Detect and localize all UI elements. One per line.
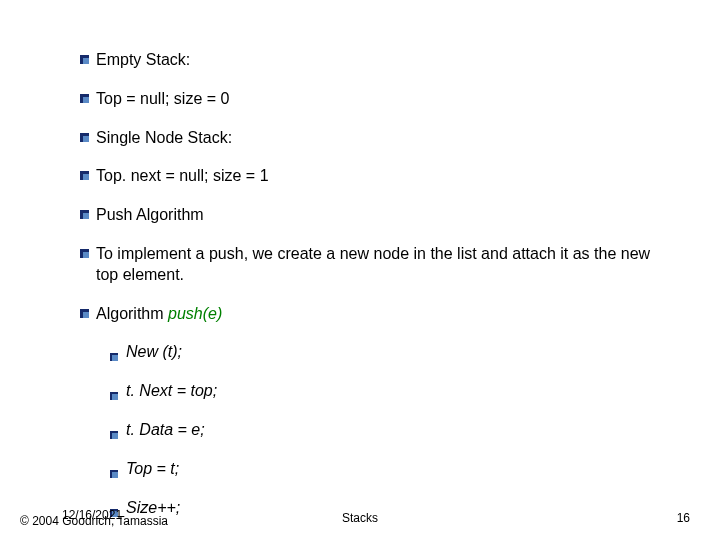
sub-bullet-icon xyxy=(110,347,118,355)
line-t-data: t. Data = e; xyxy=(80,420,660,441)
text: t. Next = top; xyxy=(80,381,217,402)
content-area: Empty Stack: Top = null; size = 0 Single… xyxy=(80,50,660,536)
square-bullet-icon xyxy=(80,210,89,219)
svg-rect-21 xyxy=(112,472,118,478)
push-e-label: push(e) xyxy=(168,305,222,322)
square-bullet-icon xyxy=(80,133,89,142)
line-algorithm-pushe: Algorithm push(e) xyxy=(80,304,660,325)
slide: Empty Stack: Top = null; size = 0 Single… xyxy=(0,0,720,540)
sub-bullet-icon xyxy=(110,425,118,433)
line-single-node: Single Node Stack: xyxy=(80,128,660,149)
line-push-description: To implement a push, we create a new nod… xyxy=(80,244,660,286)
square-bullet-icon xyxy=(80,249,89,258)
svg-rect-1 xyxy=(83,58,89,64)
line-new-t: New (t); xyxy=(80,342,660,363)
line-push-algorithm-heading: Push Algorithm xyxy=(80,205,660,226)
svg-rect-5 xyxy=(83,136,89,142)
footer-page-number: 16 xyxy=(677,511,690,525)
line-t-next: t. Next = top; xyxy=(80,381,660,402)
text: New (t); xyxy=(80,342,182,363)
svg-rect-9 xyxy=(83,213,89,219)
algorithm-word: Algorithm xyxy=(96,305,168,322)
square-bullet-icon xyxy=(80,309,89,318)
sub-bullet-icon xyxy=(110,464,118,472)
line-empty-stack: Empty Stack: xyxy=(80,50,660,71)
text: t. Data = e; xyxy=(80,420,205,441)
line-top-next-null: Top. next = null; size = 1 xyxy=(80,166,660,187)
svg-rect-7 xyxy=(83,174,89,180)
svg-rect-13 xyxy=(83,312,89,318)
svg-rect-3 xyxy=(83,97,89,103)
sub-bullet-icon xyxy=(110,386,118,394)
square-bullet-icon xyxy=(80,55,89,64)
text: Algorithm push(e) xyxy=(80,304,222,325)
line-top-null: Top = null; size = 0 xyxy=(80,89,660,110)
text: Empty Stack: xyxy=(80,50,190,71)
svg-rect-11 xyxy=(83,252,89,258)
line-top-t: Top = t; xyxy=(80,459,660,480)
text: Top = t; xyxy=(80,459,179,480)
square-bullet-icon xyxy=(80,94,89,103)
text: Top. next = null; size = 1 xyxy=(80,166,269,187)
text: Single Node Stack: xyxy=(80,128,232,149)
square-bullet-icon xyxy=(80,171,89,180)
text: To implement a push, we create a new nod… xyxy=(80,244,660,286)
svg-rect-19 xyxy=(112,433,118,439)
footer-title: Stacks xyxy=(0,511,720,525)
text: Push Algorithm xyxy=(80,205,204,226)
svg-rect-17 xyxy=(112,394,118,400)
text: Top = null; size = 0 xyxy=(80,89,229,110)
svg-rect-15 xyxy=(112,355,118,361)
